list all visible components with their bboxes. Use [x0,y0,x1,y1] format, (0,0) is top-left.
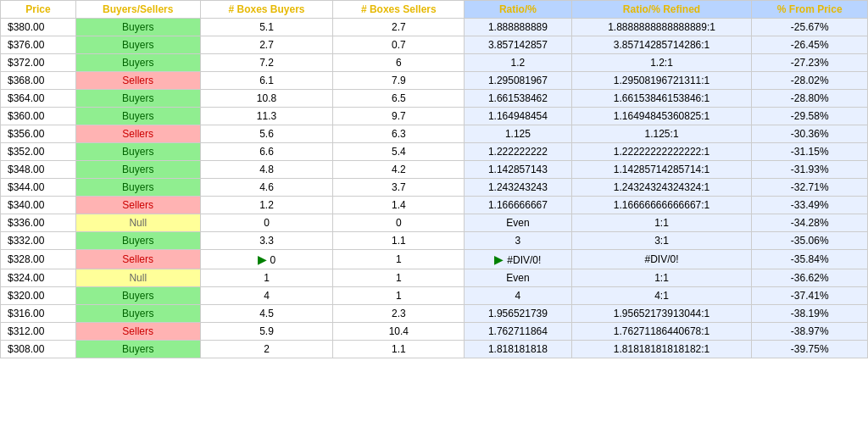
ratio-refined-cell: 1:1 [571,269,752,287]
from-price-cell: -27.23% [752,54,868,72]
ratio-refined-cell: 1.24324324324324:1 [571,179,752,197]
boxes-buyers-cell: 4.5 [200,305,333,323]
ratio-cell: 1.818181818 [465,341,571,358]
ratio-cell: 3.857142857 [465,36,571,54]
ratio-cell: 1.956521739 [465,305,571,323]
buyers-sellers-cell: Buyers [75,36,200,54]
from-price-cell: -26.45% [752,36,868,54]
boxes-sellers-cell: 2.7 [333,19,465,36]
boxes-sellers-cell: 1.4 [333,197,465,214]
header-from-price: % From Price [752,1,868,19]
boxes-sellers-cell: 1 [333,250,465,269]
from-price-cell: -28.02% [752,72,868,90]
from-price-cell: -39.75% [752,341,868,358]
price-cell: $320.00 [1,287,76,305]
buyers-sellers-cell: Buyers [75,161,200,179]
price-cell: $308.00 [1,341,76,358]
buyers-sellers-cell: Sellers [75,323,200,341]
header-boxes-sellers: # Boxes Sellers [333,1,465,19]
buyers-sellers-cell: Buyers [75,143,200,161]
ratio-refined-cell: 1.2:1 [571,54,752,72]
boxes-buyers-cell: 0 [200,214,333,232]
header-buyers-sellers: Buyers/Sellers [75,1,200,19]
boxes-sellers-cell: 2.3 [333,305,465,323]
boxes-sellers-cell: 6.3 [333,125,465,143]
buyers-sellers-cell: Buyers [75,19,200,36]
boxes-buyers-cell: 3.3 [200,232,333,250]
ratio-cell: 1.243243243 [465,179,571,197]
boxes-sellers-cell: 6 [333,54,465,72]
buyers-sellers-cell: Buyers [75,90,200,108]
from-price-cell: -37.41% [752,287,868,305]
buyers-sellers-cell: Buyers [75,232,200,250]
ratio-cell: 1.2 [465,54,571,72]
ratio-cell: 1.164948454 [465,108,571,125]
ratio-cell: 1.762711864 [465,323,571,341]
price-cell: $324.00 [1,269,76,287]
ratio-cell: 1.142857143 [465,161,571,179]
boxes-buyers-cell: 4.6 [200,179,333,197]
boxes-sellers-cell: 3.7 [333,179,465,197]
ratio-refined-cell: 1.16666666666667:1 [571,197,752,214]
ratio-cell: 4 [465,287,571,305]
from-price-cell: -35.84% [752,250,868,269]
boxes-sellers-cell: 6.5 [333,90,465,108]
from-price-cell: -28.80% [752,90,868,108]
boxes-sellers-cell: 9.7 [333,108,465,125]
boxes-buyers-cell: 5.9 [200,323,333,341]
boxes-sellers-cell: 0.7 [333,36,465,54]
from-price-cell: -38.19% [752,305,868,323]
header-ratio-refined: Ratio/% Refined [571,1,752,19]
boxes-sellers-cell: 1 [333,269,465,287]
boxes-buyers-cell: 2.7 [200,36,333,54]
price-cell: $348.00 [1,161,76,179]
buyers-sellers-cell: Sellers [75,250,200,269]
from-price-cell: -25.67% [752,19,868,36]
buyers-sellers-cell: Buyers [75,341,200,358]
from-price-cell: -36.62% [752,269,868,287]
buyers-sellers-cell: Buyers [75,54,200,72]
boxes-buyers-cell: 1 [200,269,333,287]
from-price-cell: -31.93% [752,161,868,179]
price-cell: $352.00 [1,143,76,161]
boxes-sellers-cell: 10.4 [333,323,465,341]
from-price-cell: -29.58% [752,108,868,125]
ratio-refined-cell: 1.8888888888888889:1 [571,19,752,36]
boxes-sellers-cell: 4.2 [333,161,465,179]
boxes-buyers-cell: 2 [200,341,333,358]
price-cell: $368.00 [1,72,76,90]
boxes-buyers-cell: ▶ 0 [200,250,333,269]
ratio-refined-cell: 1.76271186440678:1 [571,323,752,341]
ratio-refined-cell: 1.16494845360825:1 [571,108,752,125]
ratio-refined-cell: #DIV/0! [571,250,752,269]
from-price-cell: -30.36% [752,125,868,143]
ratio-refined-cell: 1.22222222222222:1 [571,143,752,161]
boxes-buyers-cell: 10.8 [200,90,333,108]
boxes-sellers-cell: 1.1 [333,341,465,358]
ratio-cell: 1.661538462 [465,90,571,108]
price-cell: $380.00 [1,19,76,36]
main-table: Price Buyers/Sellers # Boxes Buyers # Bo… [0,0,868,358]
ratio-cell: 1.888888889 [465,19,571,36]
from-price-cell: -32.71% [752,179,868,197]
ratio-refined-cell: 1.95652173913044:1 [571,305,752,323]
ratio-refined-cell: 3.85714285714286:1 [571,36,752,54]
price-cell: $336.00 [1,214,76,232]
ratio-cell: 1.295081967 [465,72,571,90]
price-cell: $372.00 [1,54,76,72]
ratio-cell: ▶ #DIV/0! [465,250,571,269]
header-price: Price [1,1,76,19]
price-cell: $356.00 [1,125,76,143]
from-price-cell: -33.49% [752,197,868,214]
buyers-sellers-cell: Buyers [75,179,200,197]
price-cell: $364.00 [1,90,76,108]
boxes-buyers-cell: 11.3 [200,108,333,125]
boxes-buyers-cell: 7.2 [200,54,333,72]
boxes-sellers-cell: 5.4 [333,143,465,161]
price-cell: $344.00 [1,179,76,197]
boxes-sellers-cell: 0 [333,214,465,232]
ratio-refined-cell: 3:1 [571,232,752,250]
ratio-cell: Even [465,214,571,232]
price-cell: $332.00 [1,232,76,250]
ratio-cell: 3 [465,232,571,250]
